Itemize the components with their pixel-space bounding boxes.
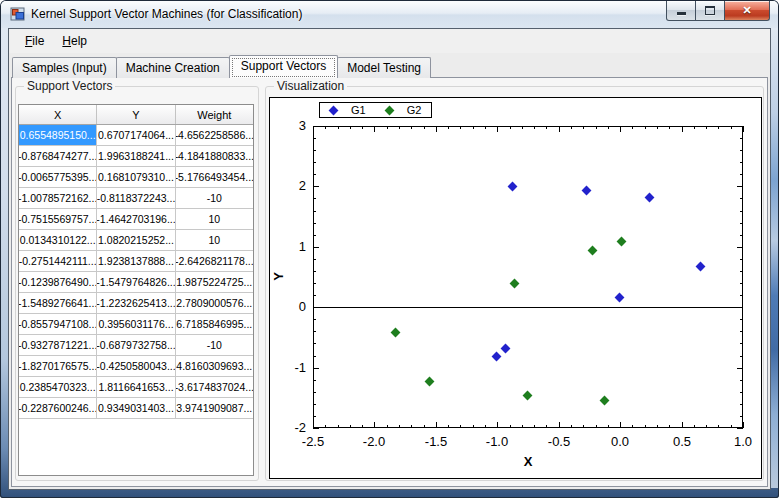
y-minor-tick bbox=[313, 283, 316, 284]
column-header-weight[interactable]: Weight bbox=[176, 105, 253, 124]
x-minor-tick bbox=[522, 126, 523, 129]
table-cell[interactable]: -0.4250580043... bbox=[97, 356, 175, 376]
table-cell[interactable]: 0.9349031403... bbox=[97, 398, 175, 418]
y-minor-tick bbox=[313, 295, 316, 296]
x-axis-title: X bbox=[524, 454, 533, 469]
table-cell[interactable]: 2.7809000576... bbox=[176, 293, 253, 313]
table-cell[interactable]: -0.2287600246... bbox=[19, 398, 97, 418]
table-cell[interactable]: 1.9238137888... bbox=[97, 251, 175, 271]
support-vectors-table[interactable]: XYWeight 0.6554895150...0.6707174064...-… bbox=[18, 104, 254, 476]
legend-item-g2: G2 bbox=[386, 104, 422, 116]
table-cell[interactable]: -3.6174837024... bbox=[176, 377, 253, 397]
x-minor-tick bbox=[583, 425, 584, 428]
y-tick-label: 0 bbox=[270, 299, 306, 314]
y-minor-tick bbox=[313, 343, 316, 344]
table-cell[interactable]: -0.8557947108... bbox=[19, 314, 97, 334]
x-major-tick bbox=[743, 422, 744, 428]
table-cell[interactable]: 10 bbox=[176, 230, 253, 250]
y-minor-tick bbox=[313, 174, 316, 175]
y-minor-tick bbox=[313, 319, 316, 320]
table-cell[interactable]: 1.9875224725... bbox=[176, 272, 253, 292]
y-minor-tick bbox=[740, 162, 743, 163]
table-cell[interactable]: 1.9963188241... bbox=[97, 146, 175, 166]
table-cell[interactable]: 10 bbox=[176, 209, 253, 229]
table-cell[interactable]: 0.1681079310... bbox=[97, 167, 175, 187]
tab-model-testing[interactable]: Model Testing bbox=[337, 57, 431, 78]
y-minor-tick bbox=[740, 235, 743, 236]
x-minor-tick bbox=[731, 425, 732, 428]
y-minor-tick bbox=[740, 392, 743, 393]
table-row: -0.2751442111...1.9238137888...-2.642682… bbox=[19, 251, 253, 272]
y-minor-tick bbox=[313, 271, 316, 272]
x-minor-tick bbox=[510, 126, 511, 129]
table-row: -0.8768474277...1.9963188241...-4.184188… bbox=[19, 146, 253, 167]
tab-support-vectors[interactable]: Support Vectors bbox=[229, 55, 338, 78]
table-cell[interactable]: 1.8116641653... bbox=[97, 377, 175, 397]
title-bar[interactable]: Kernel Support Vector Machines (for Clas… bbox=[1, 1, 778, 28]
menu-file[interactable]: File bbox=[16, 31, 53, 51]
app-window: Kernel Support Vector Machines (for Clas… bbox=[0, 0, 779, 498]
chart-legend: G1G2 bbox=[319, 102, 432, 118]
table-cell[interactable]: 0.6707174064... bbox=[97, 125, 175, 145]
table-row: -0.7515569757...-1.4642703196...10 bbox=[19, 209, 253, 230]
window-controls: ✕ bbox=[666, 1, 770, 21]
visualization-group-title: Visualization bbox=[274, 80, 347, 93]
x-minor-tick bbox=[596, 126, 597, 129]
table-cell[interactable]: 3.9741909087... bbox=[176, 398, 253, 418]
table-cell[interactable]: -0.0065775395... bbox=[19, 167, 97, 187]
table-cell[interactable]: -0.6879732758... bbox=[97, 335, 175, 355]
table-body: 0.6554895150...0.6707174064...-4.6562258… bbox=[19, 125, 253, 419]
legend-item-g1: G1 bbox=[330, 104, 366, 116]
x-tick-label: -2.0 bbox=[363, 434, 385, 449]
table-cell[interactable]: -10 bbox=[176, 335, 253, 355]
y-minor-tick bbox=[740, 198, 743, 199]
table-cell[interactable]: -1.0078572162... bbox=[19, 188, 97, 208]
table-cell[interactable]: -0.1239876490... bbox=[19, 272, 97, 292]
y-minor-tick bbox=[313, 235, 316, 236]
table-cell[interactable]: 0.3956031176... bbox=[97, 314, 175, 334]
table-cell[interactable]: 4.8160309693... bbox=[176, 356, 253, 376]
x-minor-tick bbox=[596, 425, 597, 428]
table-cell[interactable]: -4.1841880833... bbox=[176, 146, 253, 166]
minimize-button[interactable] bbox=[666, 1, 696, 21]
close-icon: ✕ bbox=[742, 5, 751, 16]
table-cell[interactable]: 6.7185846995... bbox=[176, 314, 253, 334]
column-header-y[interactable]: Y bbox=[97, 105, 175, 124]
column-header-x[interactable]: X bbox=[19, 105, 97, 124]
table-cell[interactable]: -5.1766493454... bbox=[176, 167, 253, 187]
table-cell[interactable]: -0.8768474277... bbox=[19, 146, 97, 166]
table-cell[interactable]: -1.4642703196... bbox=[97, 209, 175, 229]
y-minor-tick bbox=[740, 319, 743, 320]
legend-label-g2: G2 bbox=[407, 104, 422, 116]
table-cell[interactable]: -0.7515569757... bbox=[19, 209, 97, 229]
maximize-button[interactable] bbox=[696, 1, 724, 21]
y-minor-tick bbox=[740, 331, 743, 332]
table-cell[interactable]: -1.5489276641... bbox=[19, 293, 97, 313]
table-cell[interactable]: 0.6554895150... bbox=[19, 125, 97, 145]
tab-samples-input[interactable]: Samples (Input) bbox=[12, 57, 117, 78]
table-cell[interactable]: -1.5479764826... bbox=[97, 272, 175, 292]
table-cell[interactable]: 0.2385470323... bbox=[19, 377, 97, 397]
table-cell[interactable]: -1.2232625413... bbox=[97, 293, 175, 313]
y-tick-label: 1 bbox=[270, 239, 306, 254]
table-cell[interactable]: -2.6426821178... bbox=[176, 251, 253, 271]
table-cell[interactable]: -4.6562258586... bbox=[176, 125, 253, 145]
x-major-tick bbox=[436, 126, 437, 132]
y-tick-label: -1 bbox=[270, 360, 306, 375]
table-cell[interactable]: -0.9327871221... bbox=[19, 335, 97, 355]
tab-machine-creation[interactable]: Machine Creation bbox=[116, 57, 230, 78]
close-button[interactable]: ✕ bbox=[724, 1, 770, 21]
menu-help[interactable]: Help bbox=[53, 31, 96, 51]
table-cell[interactable]: 1.0820215252... bbox=[97, 230, 175, 250]
y-major-tick bbox=[737, 368, 743, 369]
x-minor-tick bbox=[657, 126, 658, 129]
y-major-tick bbox=[737, 247, 743, 248]
table-row: -0.0065775395...0.1681079310...-5.176649… bbox=[19, 167, 253, 188]
x-major-tick bbox=[559, 126, 560, 132]
table-cell[interactable]: -0.8118372243... bbox=[97, 188, 175, 208]
plot-area bbox=[313, 126, 743, 428]
table-cell[interactable]: -0.2751442111... bbox=[19, 251, 97, 271]
table-cell[interactable]: 0.0134310122... bbox=[19, 230, 97, 250]
table-cell[interactable]: -1.8270176575... bbox=[19, 356, 97, 376]
table-cell[interactable]: -10 bbox=[176, 188, 253, 208]
